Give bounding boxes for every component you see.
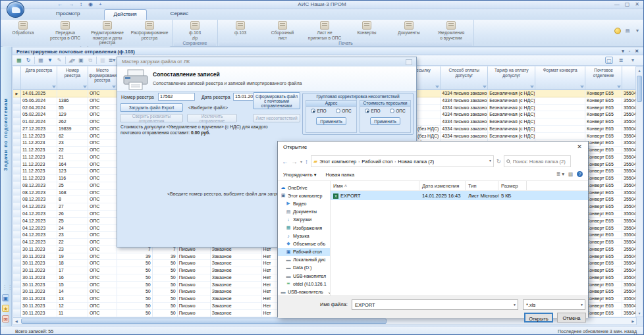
file-column-header[interactable]: Имя ˄ [331,181,419,190]
cost-apply-button[interactable]: Применить [370,117,400,125]
sidebar-item-otdel (\\10.126.1[interactable]: ≖otdel (\\10.126.1 [278,280,330,288]
column-filter-icon[interactable] [112,86,116,88]
column-filter-icon[interactable] [580,86,584,88]
reg-number-input[interactable]: 17562 [158,93,195,101]
column-header[interactable]: Номер реестра [57,66,88,90]
breadcrumb-segment[interactable]: Этот компьютер [319,159,356,165]
vertical-scroll-thumb[interactable] [637,76,642,102]
pin-icon[interactable]: ▫ [629,48,630,55]
sidebar-item-Загрузки[interactable]: ↓Загрузки [278,216,330,224]
refresh-icon[interactable]: ↻ [24,57,32,64]
scroll-down-icon[interactable]: ▼ [636,311,643,315]
ribbon-button[interactable]: ф.103 [219,20,261,40]
scroll-right-icon[interactable]: ▶ [631,319,634,323]
organize-menu[interactable]: Упорядочить ▾ [283,172,317,178]
verify-button[interactable]: Сверить реквизиты отправления [120,114,183,122]
scroll-left-icon[interactable]: ◀ [15,319,18,323]
search-input[interactable]: Поиск: Новая папка (2) [504,155,571,167]
vertical-scrollbar[interactable]: ▲ ▼ [635,66,643,317]
cost-epo-radio[interactable]: ЕПО [365,109,380,113]
column-header[interactable] [622,66,637,90]
file-column-header[interactable]: Тип [466,181,498,190]
tab-Просмотр[interactable]: Просмотр [47,9,90,20]
layout-menu-icon[interactable]: ▾ [629,57,637,64]
column-header[interactable]: Место формирования реестра [88,66,117,90]
list-menu-icon[interactable]: ≣▾ [108,57,116,64]
history-dropdown-icon[interactable]: ▾ [300,159,302,164]
sidebar-item-Изображения[interactable]: ▦Изображения [278,224,330,232]
column-header[interactable]: Способ оплаты допуслуг [441,66,488,90]
eraser-icon[interactable]: ◢▾ [68,57,76,64]
cancel-button[interactable]: Отмена [557,313,586,322]
help-icon[interactable] [614,28,621,34]
file-column-header[interactable]: Размер [498,181,527,190]
edit-icon[interactable]: ✎ [55,57,63,64]
chevron-down-icon[interactable]: ⌄ [328,290,330,295]
load-export-button[interactable]: Загрузить файл Export [120,103,183,112]
preview-pane-icon[interactable]: ▥ [568,171,573,177]
filename-input[interactable]: EXPORT▼ [352,299,518,310]
exclude-button[interactable]: Исключить отправление [187,114,237,122]
breadcrumb-dropdown-icon[interactable]: ▼ [489,159,492,163]
mismatch-sheet-button[interactable]: Лист несоответствий [253,114,300,122]
ribbon-button[interactable]: Расформирование реестра [128,20,171,45]
help-icon[interactable]: ? [577,171,583,177]
copy-icon[interactable]: ⧉ [86,57,94,64]
column-filter-icon[interactable] [435,86,439,88]
sidebar-item-Музыка[interactable]: ♪Музыка [278,232,330,240]
maximize-button[interactable]: ▢ [625,1,630,7]
address-ops-radio[interactable]: ОПС [336,109,351,113]
wizard-close-button[interactable] [406,59,412,65]
sidebar-item-USB-накопитель[interactable]: ▬USB-накопитель⌄ [278,288,330,296]
cost-ops-radio[interactable]: ОПС [390,109,405,113]
column-filter-icon[interactable] [52,86,56,88]
tab-Сервис[interactable]: Сервис [161,9,198,20]
view-mode-icon[interactable]: ≣ ▾ [556,171,564,177]
column-filter-icon[interactable] [530,86,534,88]
columns-icon[interactable]: ▥ [99,57,107,64]
sidebar-item-OneDrive[interactable]: ☁OneDrive [278,184,330,192]
app-menu-button[interactable] [7,1,24,18]
refresh-icon[interactable]: ↻ [496,159,501,165]
ribbon-button[interactable]: ф.103 zip [174,20,216,40]
sidebar-item-Этот компьютер[interactable]: ▣Этот компьютер [278,192,330,199]
export-excel-icon[interactable]: ▦ [15,57,23,64]
breadcrumb-segment[interactable]: Новая папка (2) [398,159,434,165]
filter-icon[interactable]: ▼ [46,57,54,64]
address-epo-radio[interactable]: ЕПО [311,109,326,113]
column-header[interactable]: Формат конверта [535,66,585,90]
horizontal-scroll-thumb[interactable] [21,319,387,324]
filetype-filter-combo[interactable]: *.xls▼ [523,299,585,310]
minimize-button[interactable]: — [614,1,620,7]
close-button[interactable]: ✕ [635,1,639,7]
sidebar-item-Объемные объ[interactable]: ◆Объемные объ [278,240,330,247]
save-icon[interactable]: ▣ [77,57,85,64]
sidebar-item-Рабочий стол[interactable]: ▣Рабочий стол [278,248,330,256]
favorites-icon[interactable]: ★ [2,305,9,312]
ribbon-button[interactable]: Уведомления о вручении [430,20,472,40]
column-filter-icon[interactable] [483,86,487,88]
sidebar-item-Data (D:)[interactable]: ▬Data (D:) [278,264,330,272]
new-folder-button[interactable]: Новая папка [326,172,355,178]
sidebar-tab-tasks[interactable]: Задачи по подсистемам [3,98,9,170]
layout-grid-icon[interactable]: ≣ [617,57,625,64]
sidebar-item-Видео[interactable]: ▶Видео [278,199,330,207]
column-filter-icon[interactable] [83,86,87,88]
sidebar-item-Локальный дис[interactable]: ▬Локальный дис [278,256,330,264]
up-icon[interactable]: ↑ [305,158,308,165]
ribbon-button[interactable]: Редактирование номера и даты реестра [86,20,128,45]
panel-menu-icon[interactable]: ▾ [622,48,624,55]
ribbon-button[interactable]: Передача реестра в ОПС [44,20,86,45]
window-panel-icon[interactable]: ▣ [2,294,9,301]
open-button[interactable]: Открыть [524,313,553,322]
options-menu-icon[interactable]: ▼ [634,28,641,34]
tab-Действия[interactable]: Действия [104,9,147,20]
sidebar-item-Документы[interactable]: ▤Документы [278,208,330,216]
column-header[interactable]: Дата реестра [21,66,57,90]
column-header[interactable] [13,66,21,90]
form-file-button[interactable]: Сформировать файл с почтовыми отправлени… [253,92,300,109]
panel-close-icon[interactable]: ✕ [635,48,639,55]
layout-one-icon[interactable]: ▢ [605,57,613,64]
file-row[interactable]: XEXPORT14.01.2025 16:43Лист Microsoft Ex… [331,191,588,200]
back-icon[interactable]: ← [282,158,288,165]
